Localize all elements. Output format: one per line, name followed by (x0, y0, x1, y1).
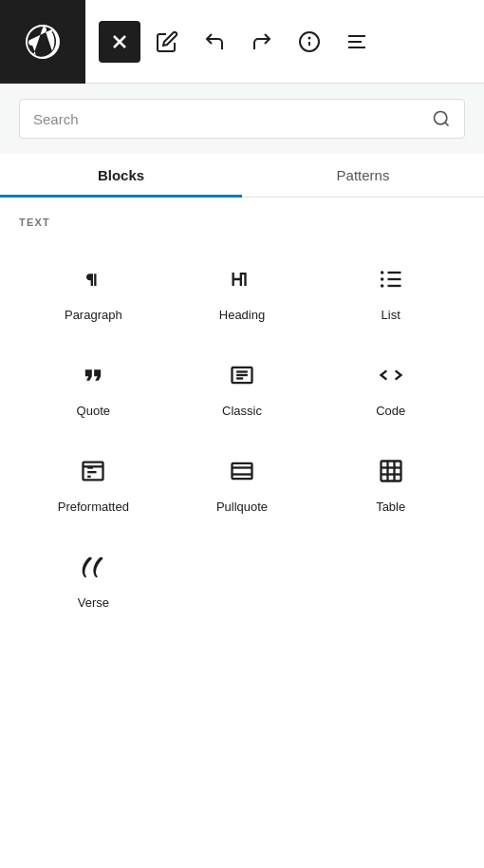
block-item-verse[interactable]: Verse (19, 531, 168, 627)
block-item-pullquote[interactable]: Pullquote (168, 435, 317, 531)
close-button[interactable] (99, 21, 140, 63)
block-item-heading[interactable]: Heading (168, 243, 317, 339)
block-label-preformatted: Preformatted (58, 500, 129, 514)
search-button[interactable] (432, 109, 451, 128)
block-item-list[interactable]: List (316, 243, 465, 339)
block-label-code: Code (376, 404, 405, 418)
search-input[interactable] (33, 111, 424, 127)
block-item-code[interactable]: Code (316, 339, 465, 435)
close-icon (108, 30, 131, 53)
block-item-table[interactable]: Table (316, 435, 465, 531)
tab-patterns[interactable]: Patterns (242, 154, 484, 197)
block-label-table: Table (376, 500, 405, 514)
block-item-preformatted[interactable]: Preformatted (19, 435, 168, 531)
block-item-classic[interactable]: Classic (168, 339, 317, 435)
search-box (19, 99, 465, 139)
undo-icon (203, 30, 226, 53)
undo-button[interactable] (194, 21, 235, 63)
block-label-quote: Quote (77, 404, 110, 418)
wp-logo (0, 0, 85, 84)
redo-icon (251, 30, 273, 53)
tabs-bar: Blocks Patterns (0, 154, 484, 198)
block-label-pullquote: Pullquote (216, 500, 268, 514)
classic-icon (225, 358, 259, 392)
heading-icon (225, 262, 259, 296)
section-label-text: TEXT (19, 217, 465, 228)
block-label-paragraph: Paragraph (65, 308, 122, 322)
block-label-list: List (382, 308, 400, 322)
wordpress-logo-icon (26, 25, 60, 59)
block-item-quote[interactable]: Quote (19, 339, 168, 435)
svg-rect-28 (381, 462, 400, 481)
blocks-section: TEXT Paragraph Heading (0, 198, 484, 646)
quote-icon (76, 358, 110, 392)
menu-icon (345, 30, 368, 53)
block-label-classic: Classic (222, 404, 262, 418)
block-label-heading: Heading (219, 308, 265, 322)
toolbar (0, 0, 484, 84)
redo-button[interactable] (241, 21, 283, 63)
search-area (0, 84, 484, 154)
block-label-verse: Verse (78, 595, 109, 610)
svg-point-8 (435, 112, 447, 124)
preformatted-icon (76, 454, 110, 488)
table-icon (374, 454, 408, 488)
blocks-grid: Paragraph Heading (19, 243, 465, 627)
menu-button[interactable] (336, 21, 378, 63)
list-icon (374, 262, 408, 296)
info-icon (298, 30, 321, 53)
block-item-paragraph[interactable]: Paragraph (19, 243, 168, 339)
tab-blocks[interactable]: Blocks (0, 154, 242, 197)
search-icon (432, 109, 451, 128)
info-button[interactable] (289, 21, 330, 63)
code-icon (374, 358, 408, 392)
svg-rect-25 (232, 463, 251, 479)
paragraph-icon (76, 262, 110, 296)
edit-icon (156, 30, 178, 53)
verse-icon (76, 550, 110, 584)
pullquote-icon (225, 454, 259, 488)
svg-line-9 (445, 123, 449, 126)
edit-button[interactable] (146, 21, 188, 63)
